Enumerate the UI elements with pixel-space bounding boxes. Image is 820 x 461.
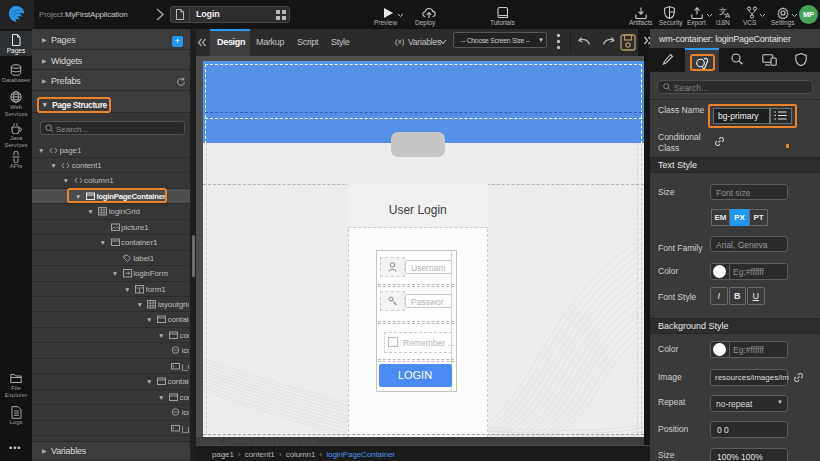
svg-text:A: A <box>725 11 730 19</box>
